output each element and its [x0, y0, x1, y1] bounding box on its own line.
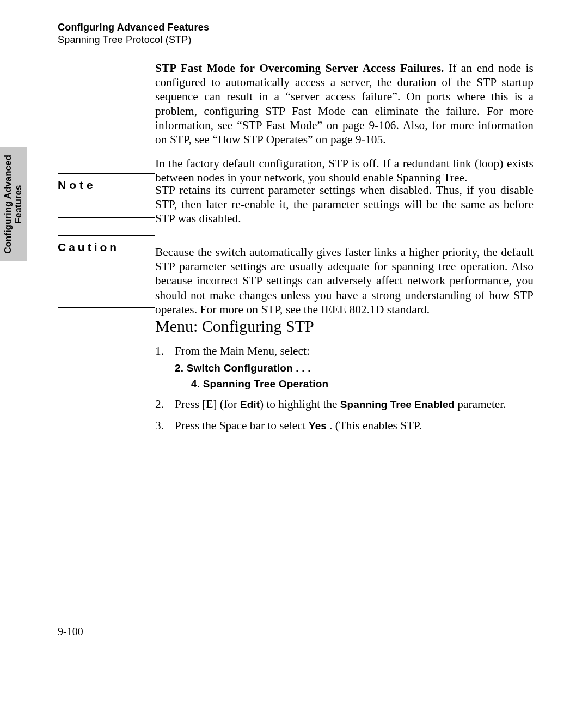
- note-body: STP retains its current parameter settin…: [155, 173, 534, 226]
- header-title: Configuring Advanced Features: [58, 22, 209, 33]
- menu-section: Menu: Configuring STP 1. From the Main M…: [155, 312, 534, 439]
- step-1: 1. From the Main Menu, select: 2. Switch…: [155, 343, 534, 391]
- step-2-edit-underline: E: [240, 399, 247, 410]
- section-heading: Menu: Configuring STP: [155, 317, 534, 336]
- step-2-mid: ) to highlight the: [260, 398, 340, 411]
- caution-top-rule: [58, 235, 155, 236]
- running-header: Configuring Advanced Features Spanning T…: [58, 22, 209, 46]
- step-3-post: . (This enables STP.: [327, 419, 422, 432]
- step-1-sub2: 4. Spanning Tree Operation: [191, 377, 534, 391]
- step-2-number: 2.: [155, 397, 174, 412]
- caution-block: Caution Because the switch automatically…: [58, 235, 534, 308]
- step-2-body: Press [E] (for Edit) to highlight the Sp…: [175, 397, 534, 412]
- intro-paragraph-1: STP Fast Mode for Overcoming Server Acce…: [155, 61, 534, 147]
- step-3-pre: Press the Space bar to select: [175, 419, 309, 432]
- step-1-number: 1.: [155, 343, 174, 391]
- step-2: 2. Press [E] (for Edit) to highlight the…: [155, 397, 534, 412]
- step-2-param: Spanning Tree Enabled: [340, 399, 455, 410]
- step-3-number: 3.: [155, 418, 174, 434]
- step-3-body: Press the Space bar to select Yes . (Thi…: [175, 418, 534, 434]
- side-tab-line1: Configuring Advanced: [3, 155, 13, 254]
- step-2-edit-rest: dit: [247, 399, 260, 410]
- header-subtitle: Spanning Tree Protocol (STP): [58, 34, 209, 46]
- caution-bottom-rule: [58, 307, 155, 308]
- note-block: Note STP retains its current parameter s…: [58, 173, 534, 218]
- step-1-sub1: 2. Switch Configuration . . .: [175, 361, 534, 375]
- side-tab-line2: Features: [13, 185, 23, 224]
- note-bottom-rule: [58, 217, 155, 218]
- side-tab-label: Configuring Advanced Features: [3, 155, 23, 254]
- page-number: 9-100: [58, 625, 83, 638]
- note-top-rule: [58, 173, 155, 174]
- step-3-yes: Yes: [309, 420, 327, 431]
- footer-rule: [58, 616, 534, 616]
- step-3: 3. Press the Space bar to select Yes . (…: [155, 418, 534, 434]
- ordered-steps: 1. From the Main Menu, select: 2. Switch…: [155, 343, 534, 434]
- side-tab: Configuring Advanced Features: [0, 147, 27, 261]
- intro-p1-heading: STP Fast Mode for Overcoming Server Acce…: [155, 62, 449, 75]
- page: Configuring Advanced Features Configurin…: [0, 0, 588, 706]
- caution-body: Because the switch automatically gives f…: [155, 235, 534, 317]
- step-2-pre: Press [E] (for: [175, 398, 240, 411]
- step-1-text: From the Main Menu, select:: [175, 344, 310, 357]
- body-column: STP Fast Mode for Overcoming Server Acce…: [155, 61, 534, 185]
- step-1-body: From the Main Menu, select: 2. Switch Co…: [175, 343, 534, 391]
- step-2-post: parameter.: [455, 398, 506, 411]
